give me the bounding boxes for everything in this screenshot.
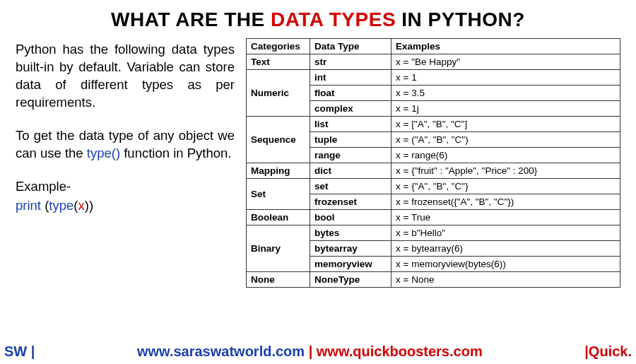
example-code: print (type(x)) bbox=[16, 197, 235, 215]
table-row: Textstrx = "Be Happy" bbox=[247, 54, 620, 70]
example-cell: x = True bbox=[391, 210, 620, 225]
datatype-cell: bool bbox=[310, 210, 391, 225]
category-cell: Text bbox=[247, 54, 310, 70]
table-row: Mappingdictx = {"fruit" : "Apple", "Pric… bbox=[247, 163, 620, 179]
table-row: Numericintx = 1 bbox=[247, 70, 620, 86]
col-datatype: Data Type bbox=[310, 39, 391, 54]
datatype-cell: int bbox=[310, 70, 391, 86]
footer-url-1: www.saraswatworld.com bbox=[137, 344, 305, 359]
example-cell: x = frozenset({"A", "B", "C"}) bbox=[391, 194, 620, 210]
category-cell: Boolean bbox=[247, 210, 310, 225]
title-post: IN PYTHON? bbox=[396, 8, 525, 30]
example-cell: x = 3.5 bbox=[391, 86, 620, 101]
table-row: Setsetx = {"A", "B", "C"} bbox=[247, 179, 620, 194]
title-pre: WHAT ARE THE bbox=[111, 8, 271, 30]
category-cell: Binary bbox=[247, 225, 310, 272]
intro-paragraph: Python has the following data types buil… bbox=[16, 41, 235, 112]
datatype-cell: bytes bbox=[310, 225, 391, 241]
col-examples: Examples bbox=[391, 39, 620, 54]
datatype-cell: bytearray bbox=[310, 241, 391, 257]
example-cell: x = memoryview(bytes(6)) bbox=[391, 257, 620, 272]
example-cell: x = b"Hello" bbox=[391, 225, 620, 241]
table-row: NoneNoneTypex = None bbox=[247, 272, 620, 288]
datatype-cell: range bbox=[310, 148, 391, 163]
datatype-cell: memoryview bbox=[310, 257, 391, 272]
category-cell: Sequence bbox=[247, 117, 310, 163]
datatype-cell: float bbox=[310, 86, 391, 101]
example-cell: x = 1 bbox=[391, 70, 620, 86]
datatype-table: Categories Data Type Examples Textstrx =… bbox=[246, 38, 620, 288]
example-cell: x = None bbox=[391, 272, 620, 288]
table-row: Sequencelistx = ["A", "B", "C"] bbox=[247, 117, 620, 132]
slide-title: WHAT ARE THE DATA TYPES IN PYTHON? bbox=[16, 8, 620, 31]
example-cell: x = {"fruit" : "Apple", "Price" : 200} bbox=[391, 163, 620, 179]
footer-sw: SW | bbox=[4, 344, 35, 360]
table-row: Booleanboolx = True bbox=[247, 210, 620, 225]
datatype-cell: dict bbox=[310, 163, 391, 179]
datatype-cell: NoneType bbox=[310, 272, 391, 288]
category-cell: Mapping bbox=[247, 163, 310, 179]
col-categories: Categories bbox=[247, 39, 310, 54]
footer-quick: |Quick. bbox=[584, 344, 632, 360]
example-cell: x = {"A", "B", "C"} bbox=[391, 179, 620, 194]
datatype-table-panel: Categories Data Type Examples Textstrx =… bbox=[246, 38, 620, 288]
datatype-cell: tuple bbox=[310, 132, 391, 148]
footer-bar: SW | www.saraswatworld.com | www.quickbo… bbox=[0, 344, 636, 360]
table-row: Binarybytesx = b"Hello" bbox=[247, 225, 620, 241]
example-cell: x = 1j bbox=[391, 101, 620, 117]
type-function-ref: type() bbox=[87, 146, 120, 160]
type-paragraph: To get the data type of any object we ca… bbox=[16, 127, 235, 163]
category-cell: None bbox=[247, 272, 310, 288]
datatype-cell: frozenset bbox=[310, 194, 391, 210]
example-cell: x = bytearray(6) bbox=[391, 241, 620, 257]
description-panel: Python has the following data types buil… bbox=[16, 38, 235, 288]
table-header-row: Categories Data Type Examples bbox=[247, 39, 620, 54]
category-cell: Numeric bbox=[247, 70, 310, 117]
datatype-cell: complex bbox=[310, 101, 391, 117]
footer-urls: www.saraswatworld.com | www.quickbooster… bbox=[137, 344, 483, 360]
example-block: Example- print (type(x)) bbox=[16, 178, 235, 215]
datatype-cell: set bbox=[310, 179, 391, 194]
example-cell: x = ("A", "B", "C") bbox=[391, 132, 620, 148]
example-cell: x = ["A", "B", "C"] bbox=[391, 117, 620, 132]
example-cell: x = range(6) bbox=[391, 148, 620, 163]
category-cell: Set bbox=[247, 179, 310, 210]
datatype-cell: list bbox=[310, 117, 391, 132]
title-emphasis: DATA TYPES bbox=[271, 8, 396, 30]
footer-url-2: www.quickboosters.com bbox=[317, 344, 483, 359]
example-cell: x = "Be Happy" bbox=[391, 54, 620, 70]
datatype-cell: str bbox=[310, 54, 391, 70]
example-label: Example- bbox=[16, 178, 235, 196]
